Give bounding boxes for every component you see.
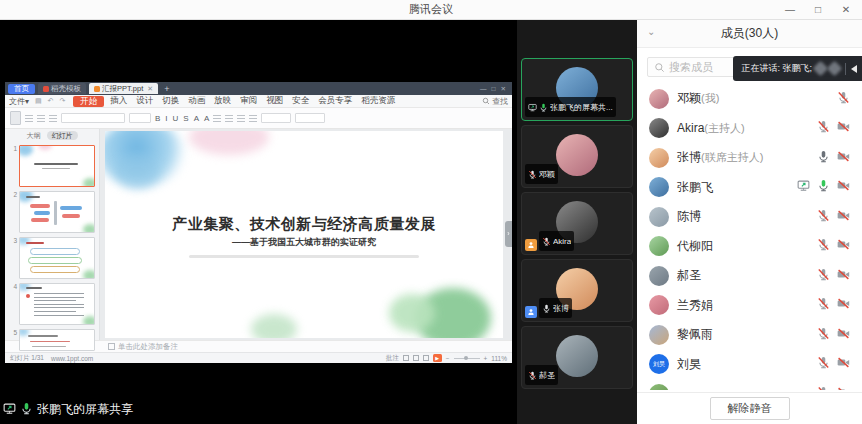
format-painter-icon[interactable] bbox=[49, 114, 57, 122]
slide-thumbnail[interactable] bbox=[19, 329, 95, 351]
align-left-icon[interactable] bbox=[213, 114, 221, 122]
close-icon[interactable]: ✕ bbox=[832, 0, 860, 20]
new-tab-button[interactable]: + bbox=[161, 84, 172, 94]
align-center-icon[interactable] bbox=[225, 114, 233, 122]
format-button[interactable]: S bbox=[183, 114, 188, 123]
cam-off-icon[interactable] bbox=[837, 355, 850, 373]
member-row[interactable]: 黎佩雨 bbox=[637, 320, 862, 350]
slide-thumbnail[interactable] bbox=[19, 237, 95, 279]
mic-off-icon[interactable] bbox=[817, 296, 830, 314]
outline-tab[interactable]: 大纲 bbox=[27, 131, 41, 141]
format-button[interactable]: U bbox=[173, 114, 179, 123]
quick-access-toolbar[interactable]: ▤ ↶ ↷ bbox=[35, 97, 67, 105]
slide-thumbnail[interactable] bbox=[19, 191, 95, 233]
member-row[interactable]: 陈博 bbox=[637, 202, 862, 232]
notes-placeholder[interactable]: 单击此处添加备注 bbox=[118, 342, 178, 352]
cam-off-icon[interactable] bbox=[837, 178, 850, 196]
member-row[interactable]: Akira(主持人) bbox=[637, 114, 862, 144]
cam-off-icon[interactable] bbox=[837, 237, 850, 255]
format-button[interactable]: A bbox=[204, 114, 209, 123]
mic-off-icon[interactable] bbox=[817, 355, 830, 373]
cam-off-icon[interactable] bbox=[837, 208, 850, 226]
zoom-in-icon[interactable]: + bbox=[484, 355, 488, 362]
shape-gallery[interactable] bbox=[261, 113, 291, 123]
zoom-level[interactable]: 111% bbox=[491, 355, 507, 362]
slide-sorter-icon[interactable] bbox=[413, 355, 419, 361]
ribbon-tab[interactable]: 放映 bbox=[214, 95, 231, 107]
unmute-button[interactable]: 解除静音 bbox=[710, 397, 790, 420]
panel-collapse-handle[interactable]: › bbox=[505, 221, 512, 247]
align-right-icon[interactable] bbox=[237, 114, 245, 122]
wps-docer-tab[interactable]: 稻壳模板 bbox=[38, 83, 86, 94]
zoom-slider[interactable] bbox=[454, 358, 480, 359]
video-tile[interactable]: 张博 bbox=[521, 259, 633, 322]
mic-active-icon[interactable] bbox=[817, 178, 830, 196]
member-row[interactable]: 张鹏飞 bbox=[637, 173, 862, 203]
normal-view-icon[interactable] bbox=[403, 355, 409, 361]
toast-collapse-arrow-icon[interactable] bbox=[851, 65, 857, 73]
mic-off-icon[interactable] bbox=[817, 326, 830, 344]
video-tile[interactable]: 郝圣 bbox=[521, 326, 633, 389]
ribbon-tab[interactable]: 会员专享 bbox=[318, 95, 352, 107]
minimize-icon[interactable]: — bbox=[776, 0, 804, 20]
mic-off-icon[interactable] bbox=[817, 267, 830, 285]
font-size-select[interactable] bbox=[129, 113, 151, 123]
zoom-out-icon[interactable]: − bbox=[446, 355, 450, 362]
mic-off-icon[interactable] bbox=[817, 119, 830, 137]
ribbon-tab[interactable]: 设计 bbox=[136, 95, 153, 107]
cam-off-icon[interactable] bbox=[837, 326, 850, 344]
cam-off-icon[interactable] bbox=[837, 119, 850, 137]
slides-tab[interactable]: 幻灯片 bbox=[47, 131, 78, 140]
paste-icon[interactable] bbox=[10, 111, 21, 125]
comment-button[interactable]: 批注 bbox=[386, 354, 399, 363]
screen-share-icon[interactable] bbox=[797, 178, 810, 196]
member-row[interactable]: 张博(联席主持人) bbox=[637, 143, 862, 173]
format-button[interactable]: A bbox=[194, 114, 199, 123]
font-family-select[interactable] bbox=[61, 113, 125, 123]
ribbon-tab[interactable]: 插入 bbox=[110, 95, 127, 107]
bullet-list-icon[interactable] bbox=[249, 114, 257, 122]
ribbon-tab[interactable]: 安全 bbox=[292, 95, 309, 107]
slideshow-play-icon[interactable]: ▶ bbox=[433, 354, 442, 362]
maximize-icon[interactable]: □ bbox=[804, 0, 832, 20]
wps-home-tab[interactable]: 首页 bbox=[8, 84, 35, 94]
wps-maximize-icon[interactable]: □ bbox=[492, 85, 496, 93]
member-row[interactable]: 郝圣 bbox=[637, 261, 862, 291]
layout-gallery[interactable] bbox=[295, 113, 325, 123]
ribbon-tab-home[interactable]: 开始 bbox=[73, 96, 104, 107]
member-row[interactable] bbox=[637, 379, 862, 390]
mic-off-icon[interactable] bbox=[817, 237, 830, 255]
video-tile[interactable]: Akira bbox=[521, 192, 633, 255]
member-row[interactable]: 刘昊 刘昊 bbox=[637, 350, 862, 380]
tab-close-icon[interactable]: ✕ bbox=[147, 83, 153, 94]
format-button[interactable]: I bbox=[165, 114, 167, 123]
file-menu[interactable]: 文件▾ bbox=[9, 96, 29, 107]
wps-minimize-icon[interactable]: — bbox=[480, 85, 487, 93]
mic-on-icon[interactable] bbox=[817, 149, 830, 167]
cam-off-icon[interactable] bbox=[837, 149, 850, 167]
member-row[interactable]: 邓颖(我) bbox=[637, 84, 862, 114]
cut-icon[interactable] bbox=[25, 114, 33, 122]
cam-off-icon[interactable] bbox=[837, 267, 850, 285]
reading-view-icon[interactable] bbox=[423, 355, 429, 361]
video-tile[interactable]: 张鹏飞的屏幕共... bbox=[521, 58, 633, 121]
cam-off-icon[interactable] bbox=[837, 296, 850, 314]
slide-thumbnail[interactable] bbox=[19, 283, 95, 325]
mic-off-icon[interactable] bbox=[837, 90, 850, 108]
ribbon-tab[interactable]: 视图 bbox=[266, 95, 283, 107]
wps-close-icon[interactable]: ✕ bbox=[501, 85, 506, 93]
find-button[interactable]: 查找 bbox=[482, 96, 508, 107]
ribbon-tab[interactable]: 动画 bbox=[188, 95, 205, 107]
ribbon-tab[interactable]: 审阅 bbox=[240, 95, 257, 107]
member-row[interactable]: 兰秀娟 bbox=[637, 291, 862, 321]
copy-icon[interactable] bbox=[37, 114, 45, 122]
collapse-chevron-icon[interactable]: ⌄ bbox=[647, 20, 655, 44]
wps-file-tab[interactable]: 汇报PPT.ppt✕ bbox=[89, 83, 158, 94]
mic-off-icon[interactable] bbox=[817, 385, 830, 390]
ribbon-tab[interactable]: 切换 bbox=[162, 95, 179, 107]
slide-thumbnail[interactable] bbox=[19, 145, 95, 187]
ribbon-tab[interactable]: 稻壳资源 bbox=[361, 95, 395, 107]
video-tile[interactable]: 邓颖 bbox=[521, 125, 633, 188]
cam-off-icon[interactable] bbox=[837, 385, 850, 390]
member-row[interactable]: 代柳阳 bbox=[637, 232, 862, 262]
